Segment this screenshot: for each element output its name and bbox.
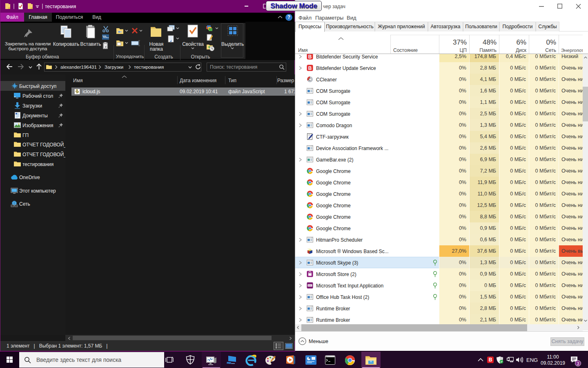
svg-text:B: B <box>308 65 312 71</box>
svg-text:B: B <box>308 54 312 60</box>
svg-text:C:\...: C:\... <box>326 356 331 357</box>
